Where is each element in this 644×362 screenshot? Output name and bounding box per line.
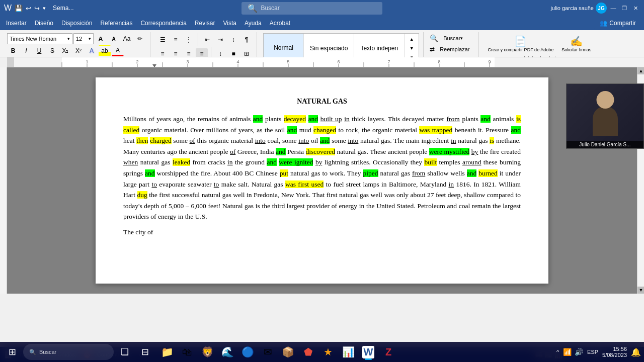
title-search-box[interactable]: 🔍 Buscar xyxy=(242,2,382,15)
menu-insertar[interactable]: Insertar xyxy=(2,18,31,29)
taskbar-app-chrome[interactable]: 🔵 xyxy=(238,343,257,361)
ruler: 1 2 3 4 5 6 7 8 9 xyxy=(7,57,644,67)
text-highlight-btn[interactable]: ab xyxy=(99,45,111,56)
scroll-down-btn[interactable]: ▼ xyxy=(637,287,644,294)
quick-access-undo[interactable]: ↩ xyxy=(26,5,31,12)
word-and-3: and xyxy=(480,115,491,123)
bullets-btn[interactable]: ☰ xyxy=(156,34,169,45)
menu-bar: Insertar Diseño Disposición Referencias … xyxy=(0,16,644,30)
taskbar: ⊞ 🔍 Buscar ❑ ⊟ 📁 🛍 🦁 🌊 🔵 ✉ 📦 ⬟ xyxy=(0,342,644,362)
quick-access-save[interactable]: 💾 xyxy=(15,5,23,12)
change-case-btn[interactable]: Aa xyxy=(121,33,133,44)
replace-button[interactable]: Reemplazar xyxy=(437,44,472,54)
scroll-up-btn[interactable]: ▲ xyxy=(637,67,644,74)
clear-format-btn[interactable]: ✏ xyxy=(134,33,146,44)
bold-btn[interactable]: B xyxy=(7,45,19,56)
decrease-font-btn[interactable]: A xyxy=(108,33,120,44)
menu-correspondencia[interactable]: Correspondencia xyxy=(136,18,190,29)
menu-vista[interactable]: Vista xyxy=(219,18,240,29)
person-body xyxy=(593,106,618,136)
taskbar-app-edge[interactable]: 🌊 xyxy=(218,343,236,361)
increase-font-btn[interactable]: A xyxy=(95,33,107,44)
title-bar-right: julio garcia sauñe JG — ❐ ✕ xyxy=(550,3,640,14)
taskbar-app-unknown1[interactable]: ⬟ xyxy=(299,343,317,361)
sep1 xyxy=(198,33,198,46)
date-display: 5/08/2023 xyxy=(602,352,627,358)
taskbar-app-unknown2[interactable]: ★ xyxy=(319,343,337,361)
create-pdf-button[interactable]: 📄 Crear y compartir PDF de Adobe xyxy=(485,33,557,55)
increase-indent-btn[interactable]: ⇥ xyxy=(214,34,226,45)
word-of-2: of xyxy=(230,148,235,155)
styles-scroll-down[interactable]: ▼ xyxy=(406,44,418,53)
word-built: built xyxy=(424,158,437,166)
word-in-1: in xyxy=(344,115,350,123)
menu-acrobat[interactable]: Acrobat xyxy=(266,18,294,29)
ruler-content: 1 2 3 4 5 6 7 8 9 xyxy=(14,57,644,67)
widgets-button[interactable]: ⊟ xyxy=(136,343,154,361)
taskbar-app-mail[interactable]: ✉ xyxy=(259,343,277,361)
word-by-1: by xyxy=(471,148,478,155)
word-was-trapped: was trapped xyxy=(419,126,452,134)
word-piped: piped xyxy=(363,169,378,177)
compartir-button[interactable]: 👥 Compartir xyxy=(594,18,642,29)
decrease-indent-btn[interactable]: ⇤ xyxy=(201,34,213,45)
font-color-btn[interactable]: A xyxy=(112,45,124,56)
word-decayed: decayed xyxy=(284,115,306,123)
notification-icon[interactable]: 🔔 xyxy=(631,347,641,357)
svg-text:6: 6 xyxy=(337,59,340,64)
video-person xyxy=(567,84,643,148)
italic-btn[interactable]: I xyxy=(20,45,32,56)
page-header: NATURAL GAS xyxy=(123,98,521,106)
main-area: NATURAL GAS Millions of years ago, the r… xyxy=(0,67,644,294)
user-avatar[interactable]: JG xyxy=(596,3,607,14)
close-button[interactable]: ✕ xyxy=(631,4,640,13)
title-bar: W 💾 ↩ ↪ ▾ Sema... 🔍 Buscar julio garcia … xyxy=(0,0,644,16)
menu-ayuda[interactable]: Ayuda xyxy=(240,18,266,29)
doc-scroll-area[interactable]: NATURAL GAS Millions of years ago, the r… xyxy=(7,67,637,294)
taskbar-app-explorer[interactable]: 📁 xyxy=(158,343,176,361)
strikethrough-btn[interactable]: S xyxy=(46,45,58,56)
document-text: Millions of years ago, the remains of an… xyxy=(123,114,521,222)
taskbar-search[interactable]: 🔍 Buscar xyxy=(23,344,114,360)
menu-disposicion[interactable]: Disposición xyxy=(57,18,96,29)
restore-button[interactable]: ❐ xyxy=(620,4,629,13)
task-view-button[interactable]: ❑ xyxy=(116,343,134,361)
show-marks-btn[interactable]: ¶ xyxy=(240,34,253,45)
font-name-dropdown-icon: ▾ xyxy=(67,36,70,41)
menu-referencias[interactable]: Referencias xyxy=(96,18,136,29)
menu-diseno[interactable]: Diseño xyxy=(31,18,57,29)
quick-access-customize[interactable]: ▾ xyxy=(43,5,46,12)
taskbar-app-dropbox[interactable]: 📦 xyxy=(279,343,297,361)
superscript-btn[interactable]: X² xyxy=(72,45,85,56)
underline-btn[interactable]: U xyxy=(33,45,45,56)
font-name-input[interactable]: Times New Roman ▾ xyxy=(7,33,72,44)
styles-scroll-up[interactable]: ▲ xyxy=(406,35,418,44)
minimize-button[interactable]: — xyxy=(609,4,618,13)
request-sign-button[interactable]: ✍ Solicitar firmas xyxy=(558,33,594,55)
taskbar-app-zotero[interactable]: Z xyxy=(379,343,397,361)
font-size-input[interactable]: 12 ▾ xyxy=(73,33,94,44)
svg-text:5: 5 xyxy=(287,59,289,64)
multi-level-list-btn[interactable]: ⋮ xyxy=(183,34,195,45)
word-discovered: discovered xyxy=(306,148,335,155)
numbering-btn[interactable]: ≡ xyxy=(170,34,182,45)
find-button[interactable]: Buscar ▾ xyxy=(440,33,466,43)
taskbar-system-icons: 📶 🔊 xyxy=(563,348,583,356)
sort-btn[interactable]: ↕ xyxy=(227,34,239,45)
search-icon: 🔍 xyxy=(248,4,258,13)
language-indicator[interactable]: ESP xyxy=(587,349,598,355)
menu-revisar[interactable]: Revisar xyxy=(191,18,219,29)
taskbar-app-store[interactable]: 🛍 xyxy=(178,343,196,361)
text-effects-btn[interactable]: A xyxy=(86,45,98,56)
windows-start-button[interactable]: ⊞ xyxy=(3,343,21,361)
taskbar-app-brave[interactable]: 🦁 xyxy=(198,343,216,361)
svg-text:9: 9 xyxy=(488,59,491,64)
time-display: 15:56 xyxy=(602,346,627,352)
subscript-btn[interactable]: X₂ xyxy=(59,45,71,56)
tray-expand-btn[interactable]: ^ xyxy=(556,349,559,355)
taskbar-app-word[interactable]: W xyxy=(359,343,377,361)
quick-access-redo[interactable]: ↪ xyxy=(34,5,40,12)
taskbar-app-powerpoint[interactable]: 📊 xyxy=(339,343,357,361)
word-in-2: in xyxy=(451,137,456,144)
word-in-3: in xyxy=(227,158,233,166)
